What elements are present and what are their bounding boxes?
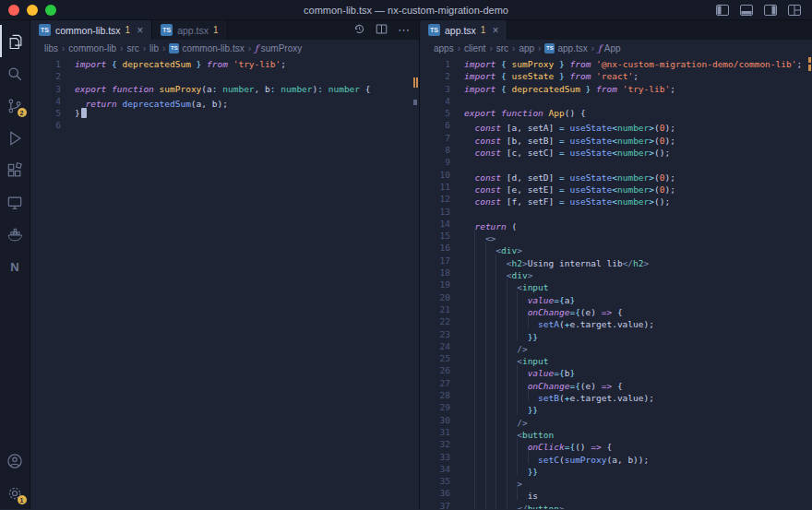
code-line: 6const [a, setA] = useState<number>(0); (420, 119, 812, 131)
line-number: 4 (30, 95, 75, 107)
toggle-panel-icon[interactable] (740, 5, 753, 16)
warning-marker (808, 57, 811, 63)
code-line: 37</button> (420, 500, 812, 509)
remote-explorer-icon[interactable] (0, 186, 30, 219)
close-icon[interactable]: × (137, 25, 143, 36)
indent-guide (496, 401, 506, 413)
line-number: 5 (420, 107, 464, 119)
code-line: 6 (30, 119, 419, 131)
source-control-icon[interactable]: 2 (0, 89, 30, 122)
indent-guide (507, 377, 517, 389)
tab-app.tsx[interactable]: TSapp.tsx1× (420, 20, 508, 40)
indent-guide (517, 315, 527, 327)
breadcrumb-label: src (496, 43, 508, 53)
settings-gear-icon[interactable]: 1 (0, 477, 30, 509)
breadcrumb-item-app.tsx[interactable]: TSapp.tsx (544, 43, 587, 53)
indent-guide (464, 463, 474, 475)
tab-common-lib.tsx[interactable]: TScommon-lib.tsx1× (30, 20, 152, 40)
code-line-content: onClick={() => { (464, 438, 612, 450)
more-actions-icon[interactable]: ⋯ (398, 24, 411, 36)
code-line-content: const [b, setB] = useState<number>(0); (464, 132, 675, 144)
overview-ruler (412, 56, 419, 509)
typescript-file-icon: TS (39, 24, 51, 36)
customize-layout-icon[interactable] (788, 5, 801, 16)
breadcrumb-item-common-lib.tsx[interactable]: TScommon-lib.tsx (169, 43, 244, 53)
run-debug-icon[interactable] (0, 122, 30, 154)
explorer-icon[interactable] (0, 25, 30, 57)
line-number: 15 (420, 230, 464, 242)
tab-label: app.tsx (445, 25, 476, 36)
breadcrumb-item-app[interactable]: app (519, 43, 534, 53)
code-line: 19<input (420, 279, 812, 291)
code-line: 15<> (420, 230, 812, 242)
line-number: 30 (420, 414, 464, 426)
indent-guide (474, 401, 484, 413)
nx-console-icon[interactable]: N (0, 251, 30, 283)
indent-guide (496, 291, 506, 303)
toggle-secondary-sidebar-icon[interactable] (764, 5, 777, 16)
search-icon[interactable] (0, 57, 30, 89)
breadcrumb-item-lib[interactable]: lib (149, 43, 159, 53)
indent-guide (485, 414, 496, 426)
code-line-content: > (464, 475, 522, 487)
line-number: 16 (420, 242, 464, 254)
breadcrumb-item-libs[interactable]: libs (44, 43, 58, 53)
code-editor[interactable]: 1import { sumProxy } from '@nx-custom-mi… (420, 56, 812, 509)
indent-guide (517, 364, 527, 376)
indent-guide (507, 487, 517, 499)
code-line: 1import { deprecatedSum } from 'try-lib'… (30, 58, 419, 70)
code-line-content: setC(sumProxy(a, b)); (464, 451, 649, 463)
code-line: 25<input (420, 352, 812, 364)
line-number: 34 (420, 463, 464, 475)
toggle-primary-sidebar-icon[interactable] (716, 5, 729, 16)
indent-guide (528, 315, 538, 327)
indent-guide (517, 377, 527, 389)
code-line-content: value={a} (464, 291, 575, 303)
indent-guide (464, 255, 474, 267)
close-icon[interactable]: × (492, 25, 498, 36)
breadcrumb-label: common-lib.tsx (182, 43, 244, 53)
zoom-window-button[interactable] (45, 5, 56, 16)
breadcrumb-separator: › (538, 43, 541, 53)
breadcrumb-item-App[interactable]: ƒApp (598, 43, 621, 53)
breadcrumb-item-src[interactable]: src (126, 43, 138, 53)
indent-guide (485, 451, 496, 463)
indent-guide (485, 463, 496, 475)
code-line-content: }} (464, 401, 538, 413)
indent-guide (507, 279, 517, 291)
indent-guide (528, 451, 538, 463)
line-number: 5 (30, 107, 75, 119)
accounts-icon[interactable] (0, 445, 30, 477)
tab-label: common-lib.tsx (55, 25, 121, 36)
split-editor-icon[interactable] (376, 22, 388, 39)
vscode-window: { "window": { "title": "common-lib.tsx —… (0, 0, 812, 510)
docker-icon[interactable] (0, 219, 30, 251)
indent-guide (485, 377, 496, 389)
line-number: 14 (420, 218, 464, 230)
extensions-icon[interactable] (0, 154, 30, 186)
breadcrumb-item-common-lib[interactable]: common-lib (68, 43, 116, 53)
close-window-button[interactable] (8, 5, 19, 16)
breadcrumb-item-src[interactable]: src (496, 43, 508, 53)
code-editor[interactable]: 1import { deprecatedSum } from 'try-lib'… (30, 56, 419, 509)
indent-guide (464, 352, 474, 364)
code-line: 4return deprecatedSum(a, b); (30, 95, 419, 107)
minimize-window-button[interactable] (27, 5, 38, 16)
tab-app.tsx[interactable]: TSapp.tsx1 (152, 20, 227, 40)
line-number: 13 (420, 206, 464, 218)
layout-controls (716, 5, 812, 16)
indent-guide (485, 255, 496, 267)
line-number: 19 (420, 279, 464, 291)
indent-guide (464, 451, 474, 463)
indent-guide (464, 364, 474, 376)
history-icon[interactable] (353, 22, 365, 39)
breadcrumb-item-sumProxy[interactable]: ƒsumProxy (255, 43, 302, 53)
breadcrumb-item-apps[interactable]: apps (434, 43, 454, 53)
breadcrumb-label: common-lib (68, 43, 116, 53)
tab-problems-badge: 1 (213, 25, 219, 35)
indent-guide (464, 377, 474, 389)
code-line: 24/> (420, 340, 812, 352)
breadcrumb-item-client[interactable]: client (464, 43, 485, 53)
indent-guide (464, 193, 474, 205)
indent-guide (496, 364, 506, 376)
